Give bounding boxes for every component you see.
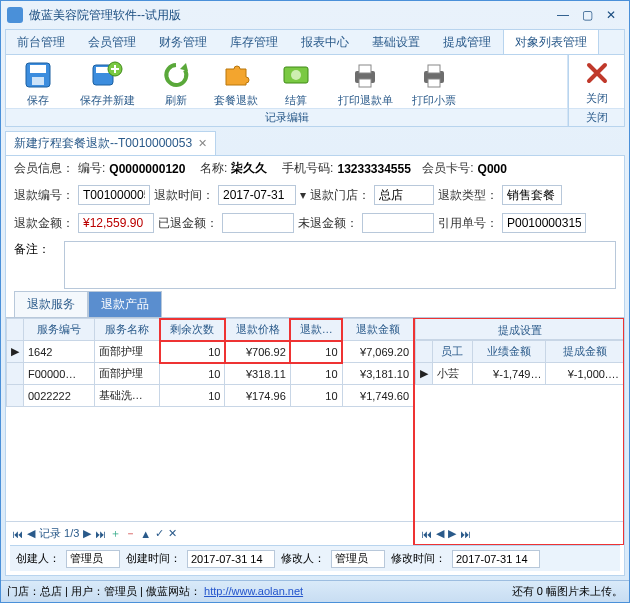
col-header[interactable]: 员工 [433, 341, 473, 363]
status-right: 还有 0 幅图片未上传。 [512, 584, 623, 599]
remark-textarea[interactable] [64, 241, 616, 289]
menu-item[interactable]: 库存管理 [219, 30, 290, 54]
cpager-prev[interactable]: ◀ [436, 527, 444, 540]
commission-panel: 提成设置 员工业绩金额提成金额▶小芸¥-1,749…¥-1,000.… ⏮ ◀ … [414, 318, 624, 545]
document-tabbar: 新建疗程套餐退款--T0010000053 ✕ [5, 131, 625, 155]
pager-add[interactable]: ＋ [110, 526, 121, 541]
audit-footer: 创建人： 创建时间： 修改人： 修改时间： [10, 545, 620, 571]
member-id: Q0000000120 [109, 162, 185, 176]
refund-type-input[interactable] [502, 185, 562, 205]
table-row[interactable]: ▶1642面部护理10¥706.9210¥7,069.20 [7, 341, 414, 363]
svg-rect-12 [428, 65, 440, 73]
dropdown-icon[interactable]: ▾ [300, 188, 306, 202]
pager-next[interactable]: ▶ [83, 527, 91, 540]
refund-no-input[interactable] [78, 185, 150, 205]
pager-cancel[interactable]: ✕ [168, 527, 177, 540]
status-store: 门店：总店 [7, 585, 62, 597]
menu-item[interactable]: 对象列表管理 [503, 30, 599, 54]
close-button[interactable]: ✕ [599, 6, 623, 24]
close-icon [581, 57, 613, 89]
pager-confirm[interactable]: ✓ [155, 527, 164, 540]
pager-label: 记录 1/3 [39, 526, 79, 541]
window-title: 傲蓝美容院管理软件--试用版 [29, 7, 551, 24]
subtabs: 退款服务 退款产品 [6, 293, 624, 317]
pager-prev[interactable]: ◀ [27, 527, 35, 540]
creator-input[interactable] [66, 550, 120, 568]
status-site-label: 傲蓝网站： [146, 585, 201, 597]
pager-edit[interactable]: ▲ [140, 528, 151, 540]
menu-item[interactable]: 财务管理 [148, 30, 219, 54]
col-header[interactable]: 服务名称 [94, 319, 159, 341]
col-header[interactable]: 退款价格 [225, 319, 290, 341]
cpager-first[interactable]: ⏮ [421, 528, 432, 540]
table-row[interactable]: F00000…面部护理10¥318.1110¥3,181.10 [7, 363, 414, 385]
cpager-last[interactable]: ⏭ [460, 528, 471, 540]
col-header[interactable]: 业绩金额 [472, 341, 546, 363]
document-tab-label: 新建疗程套餐退款--T0010000053 [14, 135, 192, 152]
print-refund-button[interactable]: 打印退款单 [330, 59, 400, 108]
pager-last[interactable]: ⏭ [95, 528, 106, 540]
refunded-amount-input[interactable] [222, 213, 294, 233]
menu-item[interactable]: 会员管理 [77, 30, 148, 54]
refund-store-input[interactable] [374, 185, 434, 205]
document-tab-close-icon[interactable]: ✕ [198, 137, 207, 150]
refund-grid: 服务编号服务名称剩余次数退款价格退款…退款金额▶1642面部护理10¥706.9… [6, 318, 414, 545]
svg-rect-10 [359, 79, 371, 87]
ribbon: 保存 保存并新建 刷新 套餐退款 [5, 55, 625, 127]
modifier-input[interactable] [331, 550, 385, 568]
table-row[interactable]: ▶小芸¥-1,749…¥-1,000.… [416, 363, 624, 385]
package-refund-button[interactable]: 套餐退款 [210, 59, 262, 108]
pager-remove[interactable]: － [125, 526, 136, 541]
tab-refund-services[interactable]: 退款服务 [14, 291, 88, 317]
status-user: 用户：管理员 [71, 585, 137, 597]
member-phone: 13233334555 [337, 162, 410, 176]
refresh-icon [160, 59, 192, 91]
puzzle-icon [220, 59, 252, 91]
ref-bill-input[interactable] [502, 213, 586, 233]
status-url-link[interactable]: http://www.aolan.net [204, 585, 303, 597]
table-row[interactable]: 0022222基础洗…10¥174.9610¥1,749.60 [7, 385, 414, 407]
tab-refund-products[interactable]: 退款产品 [88, 291, 162, 317]
svg-rect-9 [359, 65, 371, 73]
save-and-new-button[interactable]: 保存并新建 [72, 59, 142, 108]
pager-first[interactable]: ⏮ [12, 528, 23, 540]
modify-time-input[interactable] [452, 550, 540, 568]
svg-point-7 [291, 70, 301, 80]
maximize-button[interactable]: ▢ [575, 6, 599, 24]
pager: ⏮ ◀ 记录 1/3 ▶ ⏭ ＋ － ▲ ✓ ✕ [6, 521, 414, 545]
menu-item[interactable]: 前台管理 [6, 30, 77, 54]
refund-time-input[interactable] [218, 185, 296, 205]
unrefunded-amount-input[interactable] [362, 213, 434, 233]
save-icon [22, 59, 54, 91]
document-tab[interactable]: 新建疗程套餐退款--T0010000053 ✕ [5, 131, 216, 155]
refund-amount-input[interactable] [78, 213, 154, 233]
ribbon-close-button[interactable]: 关闭 [571, 57, 623, 106]
col-header[interactable]: 退款… [290, 319, 342, 341]
cash-icon [280, 59, 312, 91]
close-group-label: 关闭 [569, 108, 624, 126]
commission-title: 提成设置 [415, 318, 624, 340]
col-header[interactable]: 服务编号 [24, 319, 95, 341]
menu-item[interactable]: 基础设置 [361, 30, 432, 54]
save-new-icon [91, 59, 123, 91]
cpager-next[interactable]: ▶ [448, 527, 456, 540]
member-name: 柒久久 [231, 160, 267, 177]
printer-icon [349, 59, 381, 91]
minimize-button[interactable]: — [551, 6, 575, 24]
refresh-button[interactable]: 刷新 [150, 59, 202, 108]
save-button[interactable]: 保存 [12, 59, 64, 108]
svg-rect-13 [428, 79, 440, 87]
create-time-input[interactable] [187, 550, 275, 568]
menubar: 前台管理会员管理财务管理库存管理报表中心基础设置提成管理对象列表管理 [5, 29, 625, 55]
menu-item[interactable]: 提成管理 [432, 30, 503, 54]
titlebar: 傲蓝美容院管理软件--试用版 — ▢ ✕ [1, 1, 629, 29]
col-header[interactable]: 剩余次数 [160, 319, 225, 341]
member-info-row: 会员信息： 编号: Q0000000120 名称: 柒久久 手机号码: 1323… [6, 156, 624, 181]
col-header[interactable]: 退款金额 [342, 319, 413, 341]
settle-button[interactable]: 结算 [270, 59, 322, 108]
col-header[interactable]: 提成金额 [546, 341, 624, 363]
commission-pager: ⏮ ◀ ▶ ⏭ [415, 521, 624, 545]
print-receipt-button[interactable]: 打印小票 [408, 59, 460, 108]
menu-item[interactable]: 报表中心 [290, 30, 361, 54]
app-icon [7, 7, 23, 23]
